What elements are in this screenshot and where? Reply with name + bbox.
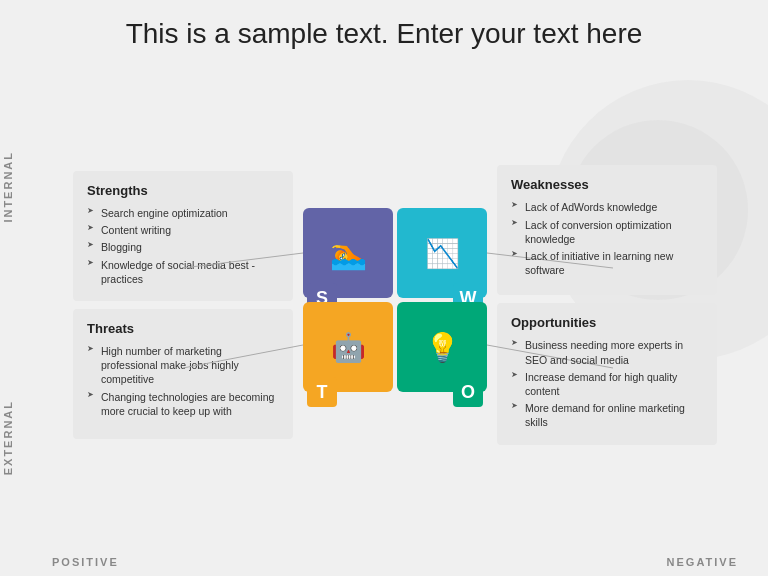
swot-cell-w: 📉 W <box>397 208 487 298</box>
right-panels: Weaknesses Lack of AdWords knowledge Lac… <box>497 165 717 444</box>
weaknesses-list: Lack of AdWords knowledge Lack of conver… <box>511 200 703 277</box>
bulb-icon: 💡 <box>425 331 460 364</box>
strengths-panel: Strengths Search engine optimization Con… <box>73 171 293 301</box>
swot-cell-s: 🏊 S <box>303 208 393 298</box>
list-item: Knowledge of social media best - practic… <box>87 258 279 286</box>
bottom-labels: POSITIVE NEGATIVE <box>22 552 768 576</box>
weaknesses-heading: Weaknesses <box>511 177 703 192</box>
threats-panel: Threats High number of marketing profess… <box>73 309 293 439</box>
swot-matrix: 🏊 S 📉 W 🤖 T <box>293 198 497 412</box>
list-item: Search engine optimization <box>87 206 279 220</box>
page-wrapper: This is a sample text. Enter your text h… <box>0 0 768 576</box>
list-item: Changing technologies are becoming more … <box>87 390 279 418</box>
robot-icon: 🤖 <box>331 331 366 364</box>
left-panels: Strengths Search engine optimization Con… <box>73 171 293 439</box>
strengths-heading: Strengths <box>87 183 279 198</box>
opportunities-panel: Opportunities Business needing more expe… <box>497 303 717 444</box>
opportunities-list: Business needing more experts in SEO and… <box>511 338 703 429</box>
threats-heading: Threats <box>87 321 279 336</box>
chart-icon: 📉 <box>425 237 460 270</box>
list-item: Blogging <box>87 240 279 254</box>
list-item: Lack of conversion optimization knowledg… <box>511 218 703 246</box>
t-label: T <box>307 377 337 407</box>
list-item: Lack of initiative in learning new softw… <box>511 249 703 277</box>
page-title: This is a sample text. Enter your text h… <box>0 0 768 58</box>
list-item: Lack of AdWords knowledge <box>511 200 703 214</box>
positive-label: POSITIVE <box>52 556 119 568</box>
swot-cell-t: 🤖 T <box>303 302 393 392</box>
swimmer-icon: 🏊 <box>330 236 367 271</box>
content-grid: Strengths Search engine optimization Con… <box>22 58 768 552</box>
o-label: O <box>453 377 483 407</box>
swot-wrapper: 🏊 S 📉 W 🤖 T <box>303 208 487 392</box>
negative-label: NEGATIVE <box>667 556 738 568</box>
list-item: More demand for online marketing skills <box>511 401 703 429</box>
threats-list: High number of marketing professional ma… <box>87 344 279 418</box>
list-item: Business needing more experts in SEO and… <box>511 338 703 366</box>
opportunities-heading: Opportunities <box>511 315 703 330</box>
weaknesses-panel: Weaknesses Lack of AdWords knowledge Lac… <box>497 165 717 295</box>
list-item: Increase demand for high quality content <box>511 370 703 398</box>
list-item: Content writing <box>87 223 279 237</box>
list-item: High number of marketing professional ma… <box>87 344 279 387</box>
swot-grid: 🏊 S 📉 W 🤖 T <box>303 208 487 392</box>
swot-cell-o: 💡 O <box>397 302 487 392</box>
strengths-list: Search engine optimization Content writi… <box>87 206 279 286</box>
